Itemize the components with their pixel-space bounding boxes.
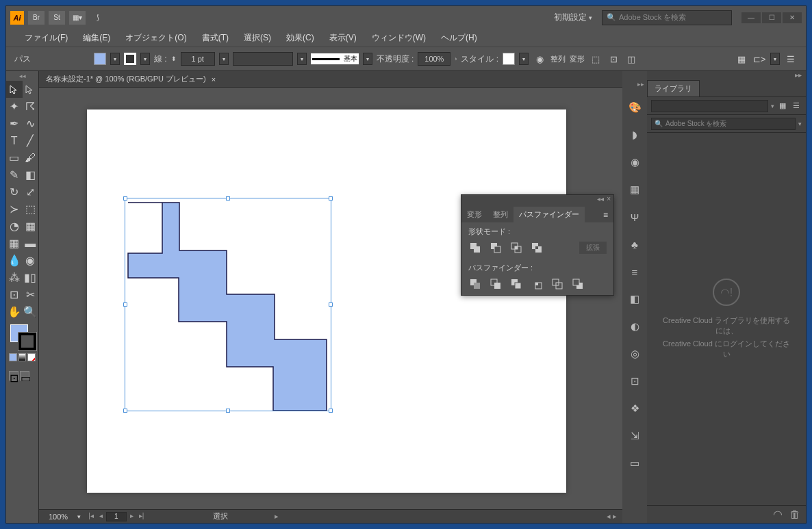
rectangle-tool[interactable]: ▭: [6, 149, 23, 166]
variable-width-profile[interactable]: [233, 52, 293, 66]
minimize-button[interactable]: —: [741, 12, 761, 23]
panel-menu-icon[interactable]: ≡: [598, 207, 613, 222]
align-pixel-icon[interactable]: ▦: [735, 52, 748, 66]
intersect-icon[interactable]: [509, 241, 523, 255]
close-tab-icon[interactable]: ×: [212, 75, 216, 83]
properties-icon[interactable]: ☰: [784, 52, 798, 66]
artboard-number-input[interactable]: [106, 512, 127, 521]
bridge-button[interactable]: Br: [28, 11, 45, 25]
menu-type[interactable]: 書式(T): [196, 30, 235, 46]
line-tool[interactable]: ╱: [23, 132, 39, 149]
symbol-sprayer-tool[interactable]: ⁂: [6, 269, 23, 286]
panel-close-icon[interactable]: ×: [607, 195, 611, 206]
arrange-docs-button[interactable]: ▦▾: [69, 11, 86, 25]
unite-icon[interactable]: [468, 241, 482, 255]
screen-mode[interactable]: ▭: [20, 371, 29, 380]
list-view-icon[interactable]: ☰: [791, 101, 802, 112]
swatches-panel-icon[interactable]: ▦: [627, 182, 642, 197]
color-panel-icon[interactable]: 🎨: [627, 100, 642, 115]
shape-builder-tool[interactable]: ◔: [6, 218, 23, 235]
style-swatch[interactable]: [503, 53, 515, 65]
recolor-icon[interactable]: ◉: [533, 52, 546, 66]
trash-icon[interactable]: 🗑: [789, 508, 800, 521]
menu-window[interactable]: ウィンドウ(W): [366, 30, 432, 46]
expand-button[interactable]: 拡張: [579, 242, 607, 254]
direct-selection-tool[interactable]: [23, 81, 39, 98]
stroke-weight-input[interactable]: [181, 52, 215, 66]
menu-file[interactable]: ファイル(F): [18, 30, 74, 46]
menu-view[interactable]: 表示(V): [323, 30, 363, 46]
menu-select[interactable]: 選択(S): [238, 30, 277, 46]
panel-collapse-icon[interactable]: ◂◂: [597, 195, 604, 206]
maximize-button[interactable]: ☐: [762, 12, 781, 23]
stroke-dropdown[interactable]: ▾: [140, 53, 150, 65]
grid-view-icon[interactable]: ▦: [777, 101, 788, 112]
menu-effect[interactable]: 効果(C): [280, 30, 320, 46]
stroke-color[interactable]: [18, 333, 36, 350]
menu-help[interactable]: ヘルプ(H): [435, 30, 483, 46]
profile-dropdown[interactable]: ▾: [297, 53, 307, 65]
outline-icon[interactable]: [550, 277, 564, 291]
first-artboard-btn[interactable]: |◂: [86, 512, 96, 521]
column-graph-tool[interactable]: ▮▯: [23, 269, 39, 286]
lasso-tool[interactable]: ☈: [23, 98, 39, 115]
selection-tool[interactable]: [6, 81, 23, 98]
exclude-icon[interactable]: [530, 241, 544, 255]
curvature-tool[interactable]: ∿: [23, 115, 39, 132]
brushes-panel-icon[interactable]: Ψ: [627, 209, 642, 224]
align-panel-link[interactable]: 整列: [550, 54, 566, 64]
align-tab[interactable]: 整列: [487, 207, 513, 222]
stroke-weight-dropdown[interactable]: ▾: [219, 53, 229, 65]
cc-footer-icon[interactable]: ◠: [773, 508, 783, 521]
brush-dropdown[interactable]: ▾: [363, 53, 372, 65]
panel-collapse[interactable]: ▸▸: [795, 71, 802, 81]
canvas-viewport[interactable]: ◂◂ × 変形 整列 パスファインダー ≡ 形状モード :: [39, 88, 622, 509]
paintbrush-tool[interactable]: 🖌: [23, 149, 39, 166]
scale-tool[interactable]: ⤢: [23, 183, 39, 201]
pen-tool[interactable]: ✒: [6, 115, 23, 132]
hand-tool[interactable]: ✋: [6, 303, 23, 320]
zoom-tool[interactable]: 🔍: [23, 303, 39, 320]
graphic-styles-icon[interactable]: ⊡: [627, 374, 642, 389]
edit-clip-icon[interactable]: ⊡: [607, 52, 620, 66]
color-guide-icon[interactable]: ◗: [627, 127, 642, 142]
last-artboard-btn[interactable]: ▸|: [137, 512, 147, 521]
fill-dropdown[interactable]: ▾: [110, 53, 120, 65]
edit-colors-icon[interactable]: ◉: [627, 155, 642, 170]
perspective-tool[interactable]: ▦: [23, 218, 39, 235]
gradient-panel-icon[interactable]: ◧: [627, 292, 642, 307]
minus-front-icon[interactable]: [489, 241, 503, 255]
asset-export-icon[interactable]: ⇲: [627, 428, 642, 443]
toolbox-expand[interactable]: ◂◂: [6, 73, 38, 81]
type-tool[interactable]: T: [6, 132, 23, 149]
shaper-tool[interactable]: ✎: [6, 166, 23, 183]
none-mode[interactable]: [27, 353, 36, 361]
next-artboard-btn[interactable]: ▸: [128, 512, 136, 521]
style-dropdown[interactable]: ▾: [519, 53, 529, 65]
trim-icon[interactable]: [489, 277, 503, 291]
document-tab[interactable]: 名称未設定-1* @ 100% (RGB/GPU プレビュー) ×: [39, 71, 622, 88]
transform-panel-link[interactable]: 変形: [570, 54, 585, 64]
pathfinder-tab[interactable]: パスファインダー: [513, 207, 585, 222]
fill-stroke-control[interactable]: [6, 323, 38, 353]
fill-swatch[interactable]: [94, 53, 106, 65]
gradient-mode[interactable]: [18, 353, 27, 361]
opacity-input[interactable]: [418, 52, 451, 66]
stroke-swatch[interactable]: [124, 53, 136, 65]
divide-icon[interactable]: [468, 277, 482, 291]
minus-back-icon[interactable]: [571, 277, 585, 291]
prev-artboard-btn[interactable]: ◂: [97, 512, 105, 521]
zoom-level[interactable]: 100%: [45, 513, 72, 521]
stroke-panel-icon[interactable]: ≡: [627, 264, 642, 279]
transform-tab[interactable]: 変形: [461, 207, 487, 222]
close-button[interactable]: ✕: [783, 12, 802, 23]
workspace-selector[interactable]: 初期設定 ▾: [548, 9, 598, 26]
stock-search[interactable]: 🔍 Adobe Stock を検索: [602, 10, 732, 25]
menu-object[interactable]: オブジェクト(O): [119, 30, 192, 46]
layers-panel-icon[interactable]: ❖: [627, 401, 642, 416]
snap-dropdown[interactable]: ▾: [770, 53, 780, 65]
isolate-icon[interactable]: ⬚: [589, 52, 602, 66]
library-search[interactable]: 🔍 Adobe Stock を検索: [651, 118, 796, 130]
transparency-panel-icon[interactable]: ◐: [627, 319, 642, 334]
artboard-tool[interactable]: ⊡: [6, 286, 23, 303]
